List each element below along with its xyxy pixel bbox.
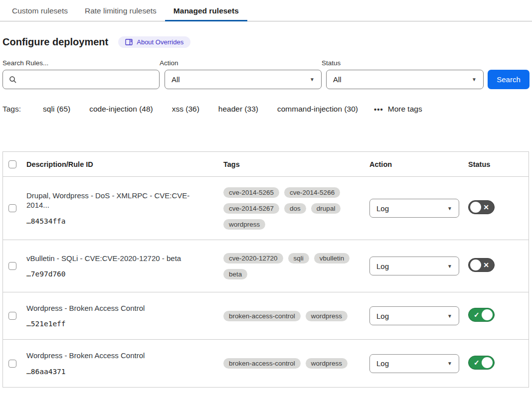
tag-pill: wordpress (306, 358, 348, 369)
rule-tags: broken-access-controlwordpress (223, 311, 369, 321)
chevron-down-icon: ▼ (310, 77, 315, 82)
tag-pill: cve-2020-12720 (223, 253, 283, 264)
action-label: Action (160, 59, 322, 67)
tag-pill: drupal (311, 203, 341, 214)
tag-pill: cve-2014-5267 (223, 203, 279, 214)
tab-managed-rulesets[interactable]: Managed rulesets (165, 0, 247, 21)
chevron-down-icon: ▼ (447, 206, 452, 211)
tag-pill: wordpress (223, 219, 265, 230)
tab-custom-rulesets[interactable]: Custom rulesets (3, 0, 76, 21)
more-tags-button[interactable]: ••• More tags (374, 105, 422, 114)
tag-filter-code-injection[interactable]: code-injection (48) (89, 105, 153, 114)
status-field-group: Status All ▼ (322, 59, 484, 89)
tag-pill: vbulletin (314, 253, 350, 264)
tag-pill: cve-2014-5265 (223, 187, 279, 198)
select-all-checkbox[interactable] (8, 160, 16, 168)
tag-pill: beta (223, 269, 247, 279)
check-icon: ✓ (474, 311, 480, 318)
page-title: Configure deployment (2, 36, 108, 48)
row-checkbox[interactable] (8, 262, 16, 270)
chevron-down-icon: ▼ (472, 77, 477, 82)
col-header-tags: Tags (223, 160, 369, 168)
toggle-knob (482, 309, 493, 320)
rule-action-value: Log (376, 204, 389, 213)
tag-pill: cve-2014-5266 (284, 187, 340, 198)
rule-description: Wordpress - Broken Access Control (26, 304, 211, 313)
search-icon (9, 76, 17, 84)
rule-tags: cve-2014-5265cve-2014-5266cve-2014-5267d… (223, 187, 369, 230)
table-header-row: Description/Rule ID Tags Action Status (3, 152, 529, 177)
ellipsis-icon: ••• (374, 105, 383, 114)
tag-pill: wordpress (306, 311, 348, 321)
rule-tags: broken-access-controlwordpress (223, 358, 369, 369)
col-header-description: Description/Rule ID (26, 160, 223, 168)
col-header-status: Status (468, 160, 529, 168)
x-icon: ✕ (483, 204, 489, 211)
about-overrides-label: About Overrides (137, 38, 183, 46)
filter-row: Search Rules... Action All ▼ Status All … (2, 59, 532, 89)
ruleset-tabbar: Custom rulesets Rate limiting rulesets M… (0, 0, 532, 21)
tab-rate-limiting-rulesets[interactable]: Rate limiting rulesets (76, 0, 165, 21)
table-row: Wordpress - Broken Access Control …86aa4… (3, 340, 529, 388)
tag-filter-header[interactable]: header (33) (218, 105, 258, 114)
more-tags-label: More tags (388, 105, 422, 114)
rule-action-select[interactable]: Log ▼ (369, 257, 459, 275)
rule-id: …84534ffa (26, 217, 211, 225)
rule-status-toggle[interactable]: ✕ ✓ (468, 258, 495, 272)
search-input[interactable] (21, 75, 153, 84)
rule-status-toggle[interactable]: ✕ ✓ (468, 356, 495, 370)
tag-filter-xss[interactable]: xss (36) (172, 105, 199, 114)
check-icon: ✓ (474, 359, 480, 366)
chevron-down-icon: ▼ (447, 361, 452, 366)
tag-pill: broken-access-control (223, 358, 301, 369)
rule-tags: cve-2020-12720sqlivbulletinbeta (223, 253, 369, 279)
action-field-group: Action All ▼ (160, 59, 322, 89)
search-field-group: Search Rules... (2, 59, 160, 89)
search-button[interactable]: Search (488, 70, 530, 89)
tags-bar: Tags: sqli (65) code-injection (48) xss … (2, 105, 532, 114)
rule-action-value: Log (376, 312, 389, 320)
row-checkbox[interactable] (8, 312, 16, 320)
row-checkbox[interactable] (8, 204, 16, 212)
table-row: vBulletin - SQLi - CVE:CVE-2020-12720 - … (3, 240, 529, 292)
rule-action-value: Log (376, 359, 389, 368)
rule-id: …521e1eff (26, 320, 211, 328)
action-select[interactable]: All ▼ (165, 70, 322, 89)
search-label: Search Rules... (2, 59, 160, 67)
book-icon (125, 39, 133, 45)
rule-description: vBulletin - SQLi - CVE:CVE-2020-12720 - … (26, 254, 211, 264)
rule-status-toggle[interactable]: ✕ ✓ (468, 308, 495, 322)
rules-table: Description/Rule ID Tags Action Status D… (2, 151, 529, 388)
rule-description: Drupal, Wordpress - DoS - XMLRPC - CVE:C… (26, 191, 211, 210)
tag-pill: dos (284, 203, 306, 214)
rule-action-select[interactable]: Log ▼ (369, 306, 459, 325)
rule-action-select[interactable]: Log ▼ (369, 199, 459, 218)
rule-id: …7e97d760 (26, 270, 211, 278)
page-header: Configure deployment About Overrides (2, 36, 532, 48)
rule-description: Wordpress - Broken Access Control (26, 351, 211, 361)
action-select-value: All (172, 75, 180, 84)
col-header-action: Action (369, 160, 468, 168)
chevron-down-icon: ▼ (447, 264, 452, 269)
tag-pill: broken-access-control (223, 311, 301, 321)
row-checkbox[interactable] (8, 360, 16, 368)
tag-filter-command-injection[interactable]: command-injection (30) (277, 105, 358, 114)
rule-action-select[interactable]: Log ▼ (369, 354, 459, 373)
x-icon: ✕ (483, 262, 489, 268)
tags-bar-label: Tags: (2, 105, 21, 114)
rule-action-value: Log (376, 262, 389, 270)
rule-id: …86aa4371 (26, 368, 211, 376)
toggle-knob (482, 357, 493, 368)
rule-status-toggle[interactable]: ✕ ✓ (468, 200, 495, 214)
tag-filter-sqli[interactable]: sqli (65) (43, 105, 70, 114)
status-select-value: All (333, 75, 342, 84)
search-box (2, 70, 160, 89)
toggle-knob (470, 260, 481, 270)
status-select[interactable]: All ▼ (326, 70, 484, 89)
tag-pill: sqli (288, 253, 309, 264)
status-label: Status (322, 59, 484, 67)
about-overrides-badge[interactable]: About Overrides (118, 36, 190, 48)
table-row: Drupal, Wordpress - DoS - XMLRPC - CVE:C… (3, 177, 529, 240)
toggle-knob (470, 202, 481, 213)
chevron-down-icon: ▼ (447, 313, 452, 319)
